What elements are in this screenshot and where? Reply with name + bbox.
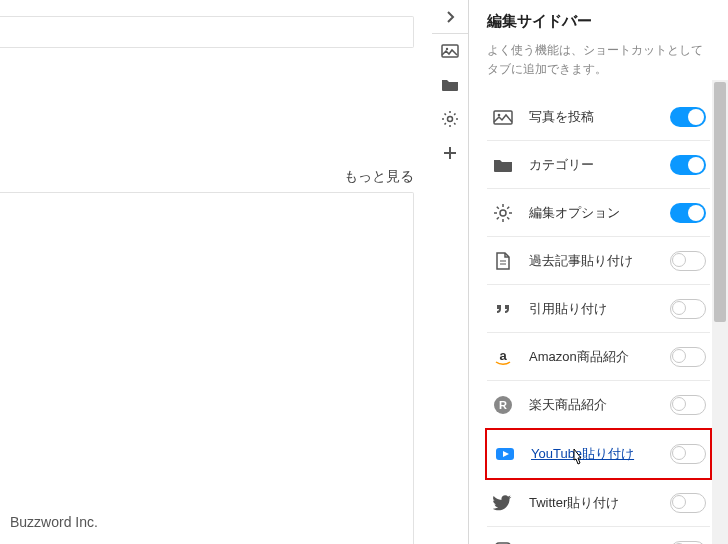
toggle-quote[interactable] <box>670 299 706 319</box>
feature-label: 写真を投稿 <box>529 108 670 126</box>
collapse-button[interactable] <box>432 0 468 34</box>
feature-label: 過去記事貼り付け <box>529 252 670 270</box>
footer-text: Buzzword Inc. <box>10 514 98 530</box>
twitter-icon <box>491 491 515 515</box>
feature-row-instagram: Instagram貼り付け <box>487 527 710 544</box>
svg-point-5 <box>500 210 506 216</box>
feature-row-amazon: a Amazon商品紹介 <box>487 333 710 381</box>
feature-label[interactable]: YouTube貼り付け <box>531 445 670 463</box>
svg-point-4 <box>498 114 501 117</box>
photo-icon <box>491 105 515 129</box>
sidebar-description: よく使う機能は、ショートカットとしてタブに追加できます。 <box>487 41 710 79</box>
toggle-twitter[interactable] <box>670 493 706 513</box>
feature-row-photo: 写真を投稿 <box>487 93 710 141</box>
icon-toolbar <box>432 0 468 170</box>
folder-icon <box>491 153 515 177</box>
feature-label: Amazon商品紹介 <box>529 348 670 366</box>
svg-rect-0 <box>442 45 458 57</box>
gear-tab-icon[interactable] <box>432 102 468 136</box>
svg-rect-3 <box>494 111 512 124</box>
youtube-icon <box>493 442 517 466</box>
youtube-highlight: YouTube貼り付け <box>485 428 712 480</box>
instagram-icon <box>491 539 515 544</box>
content-panel <box>0 192 414 544</box>
quote-icon <box>491 297 515 321</box>
scroll-thumb[interactable] <box>714 82 726 322</box>
rakuten-icon: R <box>491 393 515 417</box>
amazon-icon: a <box>491 345 515 369</box>
feature-row-twitter: Twitter貼り付け <box>487 479 710 527</box>
sidebar-title: 編集サイドバー <box>487 12 710 31</box>
more-link[interactable]: もっと見る <box>344 168 414 186</box>
svg-point-2 <box>448 117 453 122</box>
feature-row-youtube[interactable]: YouTube貼り付け <box>489 430 710 478</box>
scrollbar[interactable] <box>712 80 728 544</box>
feature-row-category: カテゴリー <box>487 141 710 189</box>
svg-text:R: R <box>499 399 507 411</box>
toggle-past-article[interactable] <box>670 251 706 271</box>
toggle-rakuten[interactable] <box>670 395 706 415</box>
feature-row-past-article: 過去記事貼り付け <box>487 237 710 285</box>
feature-label: 楽天商品紹介 <box>529 396 670 414</box>
toggle-photo[interactable] <box>670 107 706 127</box>
folder-tab-icon[interactable] <box>432 68 468 102</box>
gear-icon <box>491 201 515 225</box>
feature-label: カテゴリー <box>529 156 670 174</box>
feature-label: 引用貼り付け <box>529 300 670 318</box>
svg-text:a: a <box>499 348 507 363</box>
toggle-youtube[interactable] <box>670 444 706 464</box>
toggle-options[interactable] <box>670 203 706 223</box>
add-tab-icon[interactable] <box>432 136 468 170</box>
photo-tab-icon[interactable] <box>432 34 468 68</box>
toggle-category[interactable] <box>670 155 706 175</box>
feature-label: Twitter貼り付け <box>529 494 670 512</box>
svg-point-1 <box>446 48 448 50</box>
edit-sidebar: 編集サイドバー よく使う機能は、ショートカットとしてタブに追加できます。 写真を… <box>468 0 710 544</box>
feature-list: 写真を投稿 カテゴリー 編集オプション 過去記事貼り付け <box>487 93 710 544</box>
feature-row-options: 編集オプション <box>487 189 710 237</box>
feature-row-quote: 引用貼り付け <box>487 285 710 333</box>
content-box <box>0 16 414 48</box>
feature-row-rakuten: R 楽天商品紹介 <box>487 381 710 429</box>
document-icon <box>491 249 515 273</box>
toggle-amazon[interactable] <box>670 347 706 367</box>
feature-label: 編集オプション <box>529 204 670 222</box>
